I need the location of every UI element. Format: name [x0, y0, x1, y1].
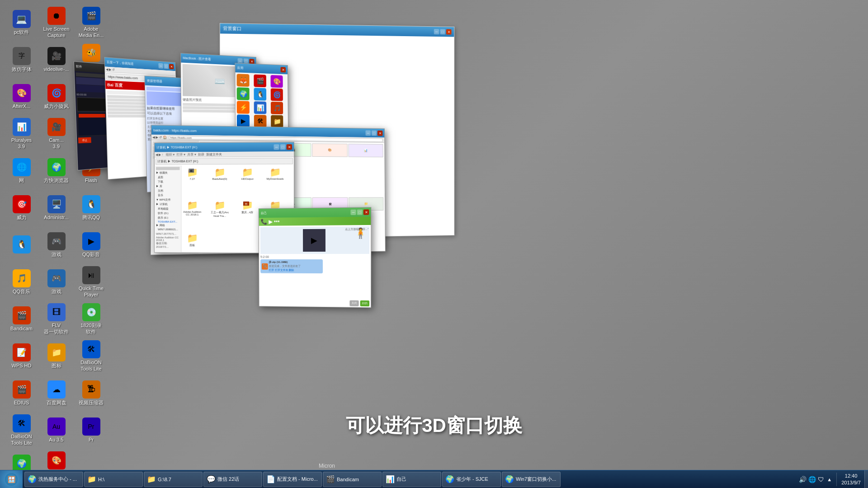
desktop-icon-qqmusic[interactable]: 🎵 QQ音乐 — [5, 264, 38, 300]
desktop-icon-pluralyes[interactable]: 📊 Pluralyes3.9 — [5, 116, 38, 152]
window-stack: 软件 ─ □ ✕ 00:00:00 — [63, 54, 470, 325]
taskbar-win7-icon: 🌍 — [505, 475, 514, 483]
desktop-icon-videozip[interactable]: 🗜 视频压缩器 — [74, 375, 108, 411]
desktop-icon-weili3[interactable]: 🎯 威力 — [5, 190, 38, 226]
desktop-icon-pr[interactable]: Pr Pr — [74, 412, 108, 448]
taskbar-h-icon: 📁 — [87, 475, 96, 483]
desktop-icon-afterx[interactable]: 🎨 AfterX... — [5, 79, 38, 115]
taskbar-item-wechat[interactable]: 💬 微信 22话 — [203, 472, 262, 487]
taskbar-self-icon: 📊 — [386, 475, 395, 483]
qq-avatar-character: 🧍 — [351, 227, 369, 239]
desktop-icon-qqempty[interactable]: 🐧 — [5, 227, 38, 263]
win-fileexplorer-titlebar: 计算机 ▶ TOSHIBA EXT (H:) ─ □ ✕ — [155, 142, 294, 152]
desktop-icon-livecapture[interactable]: ⏺ Live ScreenCapture — [39, 5, 73, 41]
tray-icon-2[interactable]: 🌐 — [808, 476, 816, 483]
folder-baidud: 📁 BaiduNet(D) — [210, 167, 229, 187]
win-qq-content: 📞 ▶ ••• ▶ 点上方按钮"接听..." — [259, 217, 371, 308]
desktop-icon-adobemedia[interactable]: 🎬 AdobeMedia En... — [74, 5, 108, 41]
taskbar: 🪟 🌍 洗热服务中心 - ... 📁 H:\ 📁 G:\8.7 💬 微信 22话… — [0, 470, 868, 488]
qq-confirm-btn[interactable]: 好的 — [360, 300, 369, 306]
folder-mydownloads: 📁 MyDownloads — [265, 167, 284, 187]
start-button[interactable]: 🪟 — [0, 470, 23, 488]
win-qq-titlebar: 自己 ─ □ ✕ — [259, 207, 371, 218]
taskbar-browser1-icon: 🌍 — [28, 475, 37, 483]
taskbar-g-icon: 📁 — [147, 475, 156, 483]
window-qq-chat[interactable]: 自己 ─ □ ✕ 📞 ▶ ••• — [259, 207, 372, 308]
tray-icon-3[interactable]: 🛡 — [818, 476, 824, 483]
bg-win-titlebar: 背景窗口 ─ □ ✕ — [220, 23, 454, 37]
folder-photo: 📁 🖼 7.27 — [183, 167, 202, 187]
taskbar-items: 🌍 洗热服务中心 - ... 📁 H:\ 📁 G:\8.7 💬 微信 22话 📄… — [23, 470, 795, 488]
desktop-icon-fontmimic[interactable]: 字 效仿字体 — [5, 42, 38, 78]
desktop-icon-wpshd[interactable]: 📝 WPS HD — [5, 338, 38, 374]
taskbar-item-sjce[interactable]: 🌍 省少年 - SJCE — [442, 472, 501, 487]
micron-label: Micron — [319, 463, 335, 469]
qq-message-bubble: 📎 步.zip (11.1MB) 发送完成，文件发送好友了 打开 打开文件夹 删… — [260, 259, 323, 273]
taskbar-item-win7switch[interactable]: 🌍 Win7窗口切换小... — [502, 472, 561, 487]
desktop-icon-baiduwang[interactable]: ☁ 百度网盘 — [39, 375, 73, 411]
tray-divider — [836, 473, 837, 486]
taskbar-item-microdoc[interactable]: 📄 配置文档 - Micro... — [263, 472, 322, 487]
folder-adobe: 📁 Adobe Audition CC 2018.1 — [183, 200, 202, 220]
taskbar-sjce-icon: 🌍 — [445, 475, 454, 483]
desktop-icon-tubiao[interactable]: 📁 图标 — [39, 338, 73, 374]
qq-chat-area: ▶ 点上方按钮"接听..." 🧍 5:2:00 📎 — [259, 225, 371, 307]
qq-close-btn[interactable]: 关闭 — [349, 300, 359, 306]
system-tray: 🔊 🌐 🛡 ▲ — [799, 476, 832, 483]
subtitle-text: 可以进行3D窗口切换 — [346, 413, 522, 438]
folder-hdoutput: 📁 HDOutput — [238, 167, 257, 187]
taskbar-item-browser1[interactable]: 🌍 洗热服务中心 - ... — [24, 472, 83, 487]
taskbar-microdoc-icon: 📄 — [266, 475, 275, 483]
start-orb: 🪟 — [5, 473, 18, 486]
desktop-icon-dabioon1[interactable]: 🛠 DaBioONTools Lite — [74, 338, 108, 374]
taskbar-bandicam-icon: 🎬 — [326, 475, 335, 483]
tray-show-btn[interactable]: ▲ — [827, 477, 832, 482]
taskbar-item-bandicam[interactable]: 🎬 Bandicam — [323, 472, 382, 487]
desktop-icon-au[interactable]: Au Au 3.5 — [39, 412, 73, 448]
taskbar-show-desktop[interactable] — [864, 470, 868, 488]
desktop-icon-internet[interactable]: 🌐 网 — [5, 153, 38, 189]
desktop-icon-pcsoftware[interactable]: 💻 pc软件 — [5, 5, 38, 41]
taskbar-clock[interactable]: 12:40 2013/9/7 — [841, 473, 861, 486]
desktop-icon-edius[interactable]: 🎬 EDIUS — [5, 375, 38, 411]
window-switcher-3d: 软件 ─ □ ✕ 00:00:00 — [63, 54, 470, 325]
desktop: 💻 pc软件 ⏺ Live ScreenCapture 🎬 AdobeMedia… — [0, 0, 868, 488]
desktop-icon-dabioon2[interactable]: 🛠 DaBioONTools Lite — [5, 412, 38, 448]
folder-work: 📁 工之—截几/Archival Tra... — [210, 200, 229, 220]
folder-panel: 📁 面板 — [183, 233, 202, 253]
taskbar-wechat-icon: 💬 — [207, 475, 216, 483]
taskbar-item-h[interactable]: 📁 H:\ — [84, 472, 143, 487]
qq-toolbar: 📞 ▶ ••• — [259, 217, 371, 226]
taskbar-item-self[interactable]: 📊 自己 — [382, 472, 441, 487]
taskbar-right: 🔊 🌐 🛡 ▲ 12:40 2013/9/7 — [795, 473, 864, 486]
folder-chongqing: 📁 图 重庆...4所 — [238, 200, 257, 220]
fe-sidebar: ▶ 收藏夹 桌面 下载 ▶ 库 文档 音乐 ▼ WPS文件 ▶ 计算机 本地磁盘… — [155, 165, 181, 253]
desktop-icon-bandicam[interactable]: 🎬 Bandicam — [5, 301, 38, 337]
bg-win-close-btns: ─ □ ✕ — [434, 29, 452, 34]
tray-icon-1[interactable]: 🔊 — [799, 476, 807, 483]
taskbar-item-g[interactable]: 📁 G:\8.7 — [144, 472, 203, 487]
